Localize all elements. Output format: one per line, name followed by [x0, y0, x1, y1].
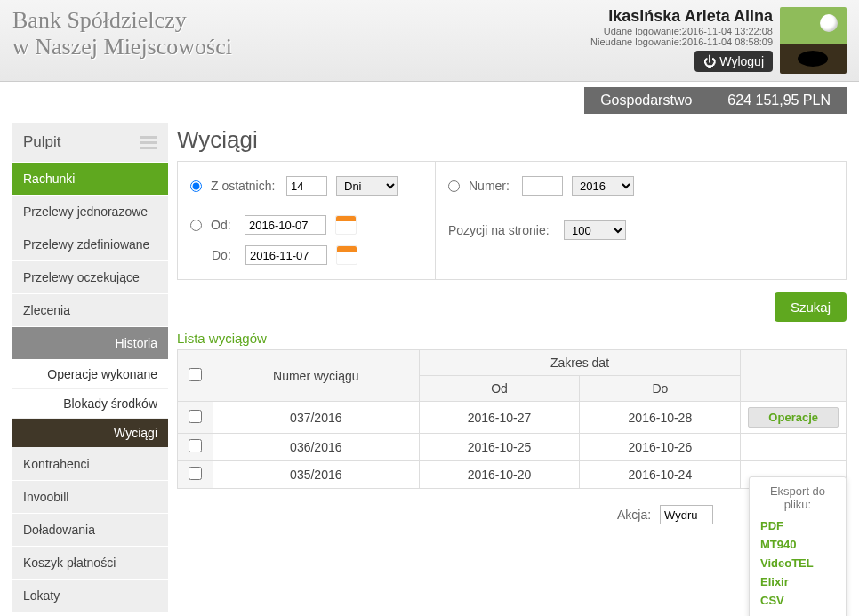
th-actions [741, 350, 847, 402]
radio-z-ostatnich[interactable] [190, 180, 202, 192]
page-title: Wyciągi [177, 126, 847, 154]
sidebar-item-pulpit[interactable]: Pulpit [12, 123, 168, 163]
label-od: Od: [211, 218, 236, 232]
sidebar-item-kontrahenci[interactable]: Kontrahenci [12, 448, 168, 481]
cell-do: 2016-10-28 [580, 402, 741, 434]
sidebar-item-przelewy-oczekujace[interactable]: Przelewy oczekujące [12, 261, 168, 294]
cell-numer: 036/2016 [213, 434, 420, 461]
radio-od-do[interactable] [190, 220, 202, 231]
table-row: 036/20162016-10-252016-10-26 [178, 434, 847, 461]
sidebar-item-koszyk[interactable]: Koszyk płatności [12, 547, 168, 580]
logout-label: Wyloguj [719, 54, 764, 68]
cell-do: 2016-10-24 [580, 461, 741, 489]
operacje-button[interactable]: Operacje [748, 407, 839, 428]
label-pozycji: Pozycji na stronie: [448, 223, 555, 237]
akcja-select[interactable] [660, 505, 713, 524]
menu-header: Eksport do pliku: [760, 484, 835, 511]
th-od: Od [419, 376, 580, 402]
sidebar-pulpit-label: Pulpit [23, 133, 61, 151]
label-z-ostatnich: Z ostatnich: [211, 179, 277, 193]
sidebar-item-przelewy-zdefiniowane[interactable]: Przelewy zdefiniowane [12, 228, 168, 261]
menu-item-elixir[interactable]: Elixir [760, 572, 835, 591]
menu-item-csv[interactable]: CSV [760, 591, 835, 610]
label-numer: Numer: [469, 179, 513, 193]
menu-item-pdf[interactable]: PDF [760, 516, 835, 535]
radio-numer[interactable] [448, 180, 460, 192]
operations-dropdown: Eksport do pliku: PDF MT940 VideoTEL Eli… [749, 476, 847, 616]
cell-od: 2016-10-25 [419, 434, 580, 461]
bank-logo-text: Bank Spółdzielczy w Naszej Miejscowości [12, 7, 232, 74]
cell-od: 2016-10-20 [419, 461, 580, 489]
cell-numer: 037/2016 [213, 402, 420, 434]
sidebar-item-lokaty[interactable]: Lokaty [12, 580, 168, 612]
user-name: Ikasińska Arleta Alina [590, 7, 773, 26]
account-name: Gospodarstwo [600, 92, 692, 108]
cell-od: 2016-10-27 [419, 402, 580, 434]
calendar-icon[interactable] [336, 245, 357, 265]
th-numer: Numer wyciągu [213, 350, 420, 402]
checkbox-row[interactable] [189, 467, 202, 480]
filter-panel: Z ostatnich: Dni Od: Do: [177, 161, 847, 280]
akcja-label: Akcja: [617, 508, 651, 522]
account-balance: 624 151,95 PLN [727, 92, 831, 108]
logout-button[interactable]: ⏻ Wyloguj [694, 51, 773, 72]
sidebar-sub-blokady-srodkow[interactable]: Blokady środków [12, 389, 168, 419]
sidebar-item-zlecenia[interactable]: Zlecenia [12, 294, 168, 327]
input-od-date[interactable] [245, 215, 326, 235]
account-summary: Gospodarstwo 624 151,95 PLN [584, 87, 847, 114]
sidebar-item-invoobill[interactable]: Invoobill [12, 481, 168, 514]
checkbox-row[interactable] [189, 439, 202, 452]
cell-do: 2016-10-26 [580, 434, 741, 461]
checkbox-select-all[interactable] [189, 368, 202, 381]
sidebar-sub-operacje-wykonane[interactable]: Operacje wykonane [12, 360, 168, 389]
input-z-ostatnich-value[interactable] [286, 176, 327, 196]
select-z-ostatnich-unit[interactable]: Dni [336, 176, 398, 196]
last-login-success: Udane logowanie:2016-11-04 13:22:08 [590, 26, 773, 36]
app-header: Bank Spółdzielczy w Naszej Miejscowości … [0, 0, 859, 82]
power-icon: ⏻ [703, 54, 716, 68]
cell-numer: 035/2016 [213, 461, 420, 489]
menu-item-videotel[interactable]: VideoTEL [760, 554, 835, 572]
statements-table: Numer wyciągu Zakres dat Od Do 037/20162… [177, 349, 847, 489]
select-numer-year[interactable]: 2016 [572, 176, 634, 196]
sidebar-sub-wyciagi[interactable]: Wyciągi [12, 419, 168, 448]
sidebar-item-przelewy-jednorazowe[interactable]: Przelewy jednorazowe [12, 196, 168, 228]
input-do-date[interactable] [245, 245, 327, 265]
sidebar-item-rachunki[interactable]: Rachunki [12, 163, 168, 196]
search-button[interactable]: Szukaj [775, 292, 847, 322]
bank-name-line1: Bank Spółdzielczy [12, 7, 232, 34]
sidebar-item-doladowania[interactable]: Doładowania [12, 514, 168, 547]
sidebar-item-historia[interactable]: Historia [12, 327, 168, 360]
list-title: Lista wyciągów [177, 331, 847, 346]
hamburger-icon [140, 136, 157, 149]
th-zakres: Zakres dat [419, 350, 741, 376]
input-numer[interactable] [522, 176, 563, 196]
table-row: 035/20162016-10-202016-10-24 [178, 461, 847, 489]
label-do: Do: [212, 248, 237, 262]
table-row: 037/20162016-10-272016-10-28Operacje [178, 402, 847, 434]
avatar [780, 7, 847, 74]
bank-name-line2: w Naszej Miejscowości [12, 34, 232, 60]
menu-item-mt940[interactable]: MT940 [760, 535, 835, 554]
calendar-icon[interactable] [335, 215, 357, 235]
select-pozycji[interactable]: 100 [564, 220, 626, 240]
sidebar: Pulpit Rachunki Przelewy jednorazowe Prz… [12, 123, 168, 612]
th-do: Do [580, 376, 741, 402]
checkbox-row[interactable] [189, 410, 202, 423]
last-login-fail: Nieudane logowanie:2016-11-04 08:58:09 [590, 36, 773, 47]
